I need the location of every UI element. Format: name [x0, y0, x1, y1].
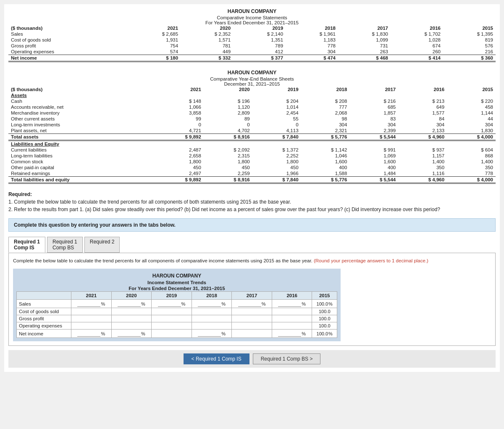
bs-cell: $ 8,916 [204, 177, 252, 183]
trend-input-field[interactable] [77, 301, 100, 307]
trend-col-2017: 2017 [232, 292, 272, 300]
bs-row-label: Long-term liabilities [8, 153, 155, 159]
bs-cell: 304 [301, 122, 350, 128]
bs-cell: 2,399 [349, 128, 398, 134]
bs-cell: 450 [252, 165, 301, 170]
bs-cell: 1,484 [349, 170, 398, 177]
is-cell: 1,028 [391, 37, 443, 43]
trend-cell[interactable]: % [272, 330, 312, 338]
trend-cell [71, 308, 112, 315]
trend-cell[interactable]: % [111, 300, 152, 308]
bs-cell: 1,857 [349, 110, 398, 116]
bs-cell: $ 4,960 [398, 134, 447, 141]
trend-header-row: 2021 2020 2019 2018 2017 2016 2015 [17, 292, 337, 300]
tab-required2[interactable]: Required 2 [84, 237, 120, 253]
trend-cell [272, 315, 312, 322]
tab-required1-comp-bs[interactable]: Required 1Comp BS [47, 237, 83, 253]
trend-input-field[interactable] [238, 301, 261, 307]
trend-col-2021: 2021 [71, 292, 112, 300]
trend-input-field[interactable] [77, 330, 100, 337]
trend-cell[interactable]: % [152, 300, 192, 308]
nav-next-button[interactable]: Required 1 Comp BS > [253, 353, 321, 364]
is-cell: 778 [286, 43, 338, 49]
trend-input-field[interactable] [158, 301, 181, 307]
trend-cell[interactable]: % [71, 330, 112, 338]
trend-static-value: 100.0 [317, 301, 328, 306]
bs-col-2019: 2019 [252, 86, 301, 92]
is-cell: 263 [338, 49, 391, 55]
bs-cell: $ 991 [349, 147, 398, 153]
nav-prev-button[interactable]: < Required 1 Comp IS [184, 353, 249, 364]
is-cell: 754 [128, 43, 181, 49]
trend-row: Cost of goods sold100.0 [17, 308, 337, 315]
trend-cell-2015: 100.0 [312, 308, 337, 315]
bs-cell: 400 [301, 165, 350, 170]
trend-cell [272, 308, 312, 315]
bs-cell: 2,133 [398, 128, 447, 134]
bs-row-label: Common stock [8, 159, 155, 165]
bs-cell: 1,588 [301, 170, 350, 177]
trend-row-label: Net income [17, 330, 71, 338]
is-cell: $ 2,140 [233, 31, 286, 37]
tab-required1-comp-is[interactable]: Required 1Comp IS [8, 237, 45, 253]
trend-cell[interactable]: % [71, 300, 112, 308]
bs-cell: 1,600 [301, 159, 350, 165]
trend-input-field[interactable] [118, 330, 141, 337]
instruction-box: Complete this question by entering your … [8, 218, 496, 232]
bs-row-label: Other current assets [8, 116, 155, 122]
trend-input-field[interactable] [278, 301, 301, 307]
bs-cell: 1,800 [252, 159, 301, 165]
bs-cell: $ 2,092 [204, 147, 252, 153]
is-cell: $ 468 [338, 55, 391, 62]
bs-cell: $ 1,372 [252, 147, 301, 153]
bs-cell: 83 [349, 116, 398, 122]
is-cell: 449 [181, 49, 233, 55]
trend-static-value: 100.0 [319, 309, 331, 314]
bs-cell: 2,487 [155, 147, 204, 153]
bs-cell: $ 204 [252, 98, 301, 104]
trend-cell-2015: 100.0% [312, 300, 337, 308]
trend-row-label: Cost of goods sold [17, 308, 71, 315]
bs-cell: 304 [447, 122, 496, 128]
trend-cell[interactable]: % [192, 330, 232, 338]
bs-cell: 2,658 [155, 153, 204, 159]
is-cell: 1,571 [181, 37, 233, 43]
is-cell: $ 414 [391, 55, 443, 62]
trend-row: Net income%%%%100.0% [17, 330, 337, 338]
trend-cell[interactable]: % [272, 300, 312, 308]
bs-cell: 685 [349, 104, 398, 110]
bs-cell: $ 5,776 [301, 177, 350, 183]
bs-cell: $ 5,544 [349, 177, 398, 183]
is-row-label: Sales [8, 31, 128, 37]
bs-cell: 55 [252, 116, 301, 122]
bs-cell: 84 [398, 116, 447, 122]
is-cell: 576 [443, 43, 496, 49]
bs-col-2017: 2017 [349, 86, 398, 92]
trend-input-field[interactable] [198, 330, 221, 337]
bs-cell: 1,577 [398, 110, 447, 116]
trend-col-2018: 2018 [192, 292, 232, 300]
bs-assets-header: Assets [8, 92, 496, 98]
trend-cell[interactable]: % [192, 300, 232, 308]
trend-cell [232, 308, 272, 315]
trend-row-label: Gross profit [17, 315, 71, 322]
bs-cell: 0 [252, 122, 301, 128]
bs-row-label: Total liabilities and equity [8, 177, 155, 183]
is-cell: $ 1,702 [391, 31, 443, 37]
percent-sign: % [221, 331, 226, 336]
trend-row: Sales%%%%%%100.0% [17, 300, 337, 308]
trend-cell[interactable]: % [232, 300, 272, 308]
trend-cell [71, 315, 112, 322]
bs-cell: 1,046 [301, 153, 350, 159]
trend-cell[interactable]: % [111, 330, 152, 338]
bs-row-label: Long-term investments [8, 122, 155, 128]
bs-cell: 99 [155, 116, 204, 122]
bs-cell: 1,069 [349, 153, 398, 159]
trend-input-field[interactable] [198, 301, 221, 307]
trend-input-field[interactable] [278, 330, 301, 337]
is-row-label: Operating expenses [8, 49, 128, 55]
trend-static-value: 100.0 [317, 331, 328, 336]
trend-input-field[interactable] [118, 301, 141, 307]
tab-instruction: Complete the below table to calculate th… [13, 257, 491, 264]
bs-col-2021: 2021 [155, 86, 204, 92]
